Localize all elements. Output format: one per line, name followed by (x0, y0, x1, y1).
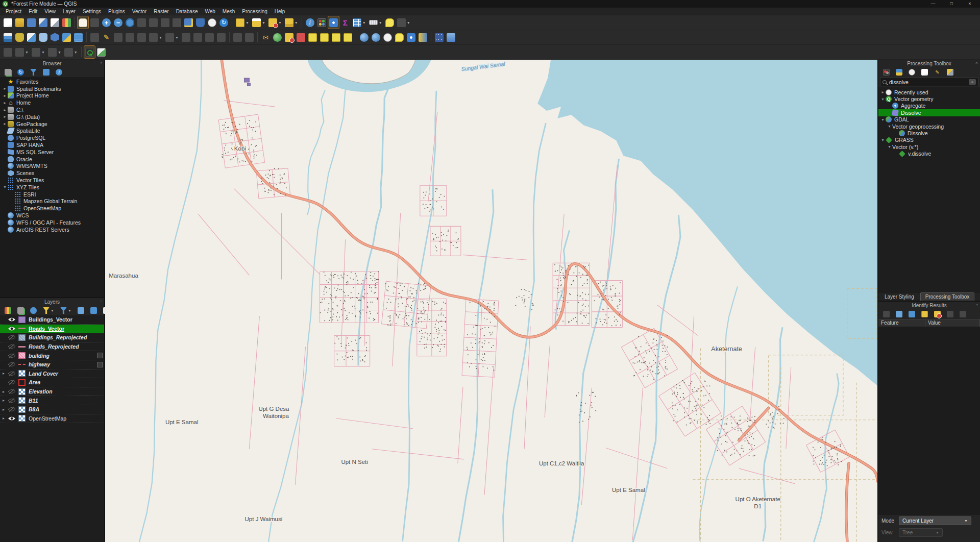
menu-layer[interactable]: Layer (59, 8, 79, 15)
browser-item-ms-sql-server[interactable]: MS SQL Server (0, 149, 104, 156)
collapse-all-button[interactable] (42, 66, 51, 79)
zoom-last-button[interactable] (160, 16, 170, 29)
properties-widget-button[interactable]: i (55, 66, 63, 79)
layer-visibility-toggle[interactable] (6, 317, 17, 322)
browser-item-mapzen-global-terrain[interactable]: Mapzen Global Terrain (0, 198, 104, 205)
zoom-out-button[interactable]: − (113, 16, 124, 29)
browser-item-project-home[interactable]: ▸Project Home (0, 92, 104, 100)
label-red-2-button[interactable] (296, 31, 306, 43)
collapse-tree-button[interactable] (908, 308, 916, 321)
new-spatial-bookmark-button[interactable] (183, 16, 194, 29)
filter-browser-button[interactable] (29, 66, 38, 79)
edit-features-in-place-button[interactable]: ✎ (933, 66, 942, 79)
algorithm-vector-v[interactable]: ▾Vector (v.*) (878, 143, 980, 150)
browser-item-scenes[interactable]: Scenes (0, 169, 104, 177)
shape-circle-button[interactable]: ▼ (14, 46, 30, 58)
expander-icon[interactable]: ▸ (2, 86, 8, 91)
browser-item-wcs[interactable]: WCS (0, 212, 104, 219)
dropdown-arrow-icon[interactable]: ▼ (159, 36, 162, 39)
zoom-next-button[interactable] (172, 16, 182, 29)
toggle-editing-button[interactable]: ✎ (101, 31, 112, 43)
label-red-1-button[interactable] (284, 31, 295, 43)
shape-polygon-button[interactable]: ▼ (63, 46, 79, 58)
processing-search-input[interactable]: dissolve × (880, 78, 978, 86)
minimize-button[interactable]: — (925, 0, 941, 8)
menu-mesh[interactable]: Mesh (219, 8, 238, 15)
expander-icon[interactable]: ▾ (2, 185, 8, 189)
project-save-button[interactable] (26, 16, 37, 29)
save-layer-edits-button[interactable] (113, 31, 124, 43)
browser-dock-icon[interactable]: ▫ (101, 60, 102, 65)
copy-feature-button[interactable] (946, 308, 954, 321)
paste-features-button[interactable] (216, 31, 227, 43)
expander-icon[interactable]: ▸ (1, 398, 6, 403)
add-selected-layers-button[interactable] (4, 66, 12, 79)
history-button[interactable] (908, 66, 916, 79)
options-button[interactable] (946, 66, 954, 79)
dropdown-arrow-icon[interactable]: ▼ (41, 51, 45, 54)
vertex-tool-button[interactable]: ▼ (148, 31, 163, 43)
layer-visibility-toggle[interactable] (6, 389, 17, 394)
algorithm-grass[interactable]: ▾GRASS (878, 137, 980, 143)
expander-icon[interactable]: ▸ (2, 121, 8, 126)
map-canvas[interactable]: Sungai Wai SamalKobiMarasahuaUpt G DesaW… (105, 60, 877, 542)
copy-features-button[interactable] (204, 31, 215, 43)
identify-mode-select[interactable]: Current Layer ▼ (899, 516, 971, 525)
filter-by-expression-button[interactable]: ▼ (59, 305, 72, 317)
models-button[interactable] (882, 66, 891, 79)
dropdown-arrow-icon[interactable]: ▼ (246, 21, 249, 24)
tab-processing-toolbox[interactable]: Processing Toolbox (920, 292, 975, 301)
add-polygon-feature-button[interactable] (136, 31, 147, 43)
identify-dock-icon[interactable]: ▫ (976, 302, 978, 307)
web-globe-2-button[interactable] (371, 31, 381, 43)
dropdown-arrow-icon[interactable]: ▼ (278, 21, 282, 24)
statistical-summary-button[interactable]: Σ (340, 16, 351, 29)
browser-item-c[interactable]: ▸C:\ (0, 106, 104, 113)
zoom-full-extent-button[interactable] (125, 16, 135, 29)
expand-new-results-button[interactable] (920, 308, 929, 321)
algorithm-gdal[interactable]: ▾GDAL (878, 116, 980, 123)
digitize-with-segment-button[interactable] (125, 31, 135, 43)
layer-visibility-toggle[interactable] (6, 344, 17, 349)
layer-visibility-toggle[interactable] (6, 362, 17, 367)
menu-project[interactable]: Project (2, 8, 25, 15)
layer-item-buildings-reprojected[interactable]: Buildings_Reprojected (0, 333, 104, 342)
georeferencer-button[interactable] (446, 31, 456, 43)
dropdown-arrow-icon[interactable]: ▼ (51, 309, 54, 312)
label-tool-3-button[interactable] (331, 31, 341, 43)
layer-item-building[interactable]: building (0, 351, 104, 360)
legend-widget-badge[interactable] (97, 362, 103, 367)
new-mesh-layer-button[interactable] (50, 31, 60, 43)
data-source-manager-button[interactable] (3, 31, 13, 43)
form-view-button[interactable] (882, 308, 891, 321)
layer-visibility-toggle[interactable] (6, 326, 17, 331)
algorithm-v-dissolve[interactable]: v.dissolve (878, 151, 980, 157)
metasearch-button[interactable] (272, 31, 283, 43)
undo-button[interactable] (232, 31, 243, 43)
layer-visibility-toggle[interactable] (6, 371, 17, 376)
expander-icon[interactable]: ▸ (1, 416, 6, 421)
current-edits-button[interactable] (89, 31, 100, 43)
expander-icon[interactable]: ▸ (880, 90, 886, 94)
zoom-in-button[interactable]: + (101, 16, 112, 29)
layer-visibility-toggle[interactable] (6, 353, 17, 358)
run-feature-action-button[interactable] (316, 16, 327, 29)
layer-visibility-toggle[interactable] (6, 416, 17, 421)
menu-vector[interactable]: Vector (129, 8, 150, 15)
zoom-to-layer-button[interactable] (148, 16, 159, 29)
tab-layer-styling[interactable]: Layer Styling (880, 293, 919, 301)
pan-to-selection-button[interactable] (89, 16, 100, 29)
layer-item-b11[interactable]: ▸B11 (0, 396, 104, 405)
cut-features-button[interactable] (192, 31, 203, 43)
map-tips-button[interactable] (384, 16, 395, 29)
menu-database[interactable]: Database (173, 8, 202, 15)
layer-visibility-toggle[interactable] (6, 398, 17, 403)
menu-settings[interactable]: Settings (79, 8, 105, 15)
zoom-to-feature-plugin-button[interactable] (96, 46, 107, 58)
redo-button[interactable] (244, 31, 255, 43)
dropdown-arrow-icon[interactable]: ▼ (362, 21, 366, 24)
dropdown-arrow-icon[interactable]: ▼ (407, 21, 410, 24)
clear-results-button[interactable] (933, 308, 942, 321)
temporal-controller-button[interactable] (207, 16, 217, 29)
add-group-button[interactable] (16, 305, 25, 317)
